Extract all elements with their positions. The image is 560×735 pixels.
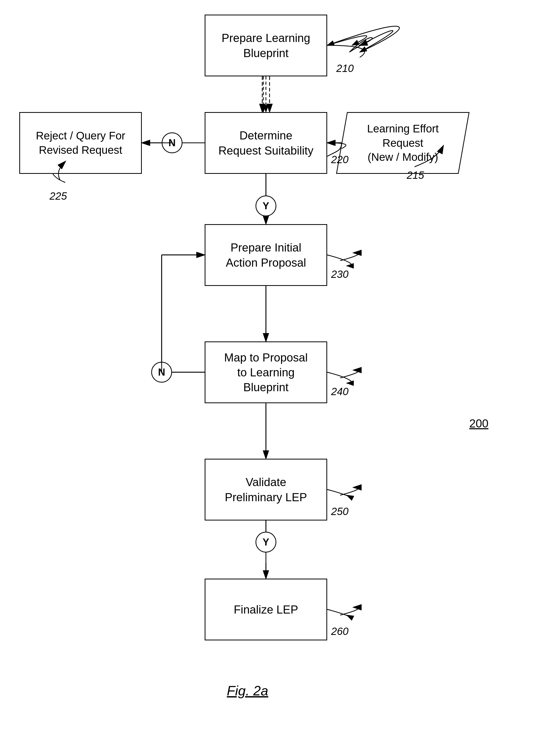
ref-210: 210 [336, 63, 354, 74]
fig-label: Fig. 2a [227, 683, 268, 698]
ref-225: 225 [50, 190, 67, 202]
learning-effort-box: Learning EffortRequest(New / Modify) [336, 112, 470, 174]
prepare-blueprint-box: Prepare Learning Blueprint [205, 15, 327, 76]
determine-suitability-label: DetermineRequest Suitability [218, 128, 313, 158]
map-proposal-box: Map to Proposalto LearningBlueprint [205, 342, 327, 403]
ref-215: 215 [407, 169, 424, 181]
n-circle-1: N [162, 132, 182, 153]
n-circle-2: N [151, 362, 172, 382]
prepare-initial-label: Prepare InitialAction Proposal [226, 240, 306, 270]
validate-lep-label: ValidatePreliminary LEP [225, 475, 307, 504]
y-circle-2: Y [255, 532, 276, 552]
diagram-container: Prepare Learning Blueprint DetermineRequ… [0, 0, 560, 735]
reject-query-label: Reject / Query ForRevised Request [36, 129, 125, 157]
validate-lep-box: ValidatePreliminary LEP [205, 459, 327, 520]
map-proposal-label: Map to Proposalto LearningBlueprint [224, 350, 308, 395]
ref-240: 240 [331, 386, 349, 397]
determine-suitability-box: DetermineRequest Suitability [205, 112, 327, 174]
learning-effort-label: Learning EffortRequest(New / Modify) [367, 122, 439, 165]
y-circle-1: Y [255, 196, 276, 216]
ref-230: 230 [331, 269, 349, 280]
ref-250: 250 [331, 506, 349, 517]
diagram-number: 200 [469, 417, 488, 430]
ref-220: 220 [331, 154, 349, 166]
ref-260: 260 [331, 625, 349, 637]
prepare-initial-box: Prepare InitialAction Proposal [205, 224, 327, 286]
finalize-lep-label: Finalize LEP [234, 602, 298, 617]
finalize-lep-box: Finalize LEP [205, 579, 327, 640]
prepare-blueprint-label: Prepare Learning Blueprint [205, 31, 326, 60]
reject-query-box: Reject / Query ForRevised Request [19, 112, 142, 174]
